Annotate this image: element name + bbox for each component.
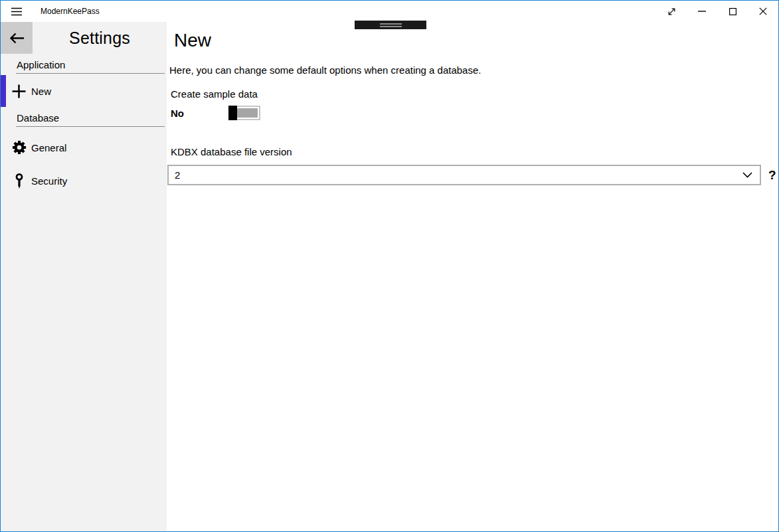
key-icon (11, 173, 27, 189)
sidebar-header: Settings (1, 22, 167, 54)
kdbx-version-combobox[interactable]: 2 (167, 165, 761, 185)
sample-data-toggle-row: No (171, 106, 778, 120)
grip-handle-icon (380, 26, 402, 27)
kdbx-version-row: 2 ? (167, 165, 778, 185)
section-divider (16, 73, 165, 74)
maximize-button[interactable] (717, 1, 748, 22)
maximize-icon (729, 8, 736, 15)
sidebar-item-general[interactable]: General (1, 132, 167, 163)
grip-handle[interactable] (355, 21, 426, 29)
window-controls (656, 1, 778, 22)
sidebar-item-label: General (31, 142, 66, 153)
toggle-state-label: No (171, 108, 228, 119)
section-label-database: Database (17, 112, 167, 124)
sample-data-label: Create sample data (171, 88, 778, 101)
selected-accent-bar (1, 75, 6, 107)
sidebar-item-security[interactable]: Security (1, 165, 167, 197)
app-window: ModernKeePass (0, 0, 779, 532)
kdbx-version-label: KDBX database file version (171, 145, 778, 159)
section-label-application: Application (17, 59, 167, 70)
back-arrow-icon (9, 33, 25, 44)
minimize-icon (698, 11, 706, 12)
panel-description: Here, you can change some default option… (169, 64, 778, 77)
sidebar-item-label: Security (31, 175, 67, 187)
titlebar: ModernKeePass (1, 1, 778, 22)
sidebar-item-new[interactable]: New (1, 75, 167, 107)
toggle-knob (228, 106, 237, 120)
panel-heading: New (174, 29, 778, 52)
back-button[interactable] (1, 22, 33, 54)
section-divider (16, 126, 165, 127)
fullscreen-icon (667, 7, 677, 17)
chevron-down-icon (742, 172, 752, 178)
combobox-value: 2 (175, 169, 180, 181)
help-button[interactable]: ? (768, 165, 776, 185)
close-button[interactable] (748, 1, 778, 22)
settings-sidebar: Settings Application New Database (1, 22, 167, 531)
hamburger-menu-button[interactable] (1, 1, 33, 22)
minimize-button[interactable] (687, 1, 717, 22)
plus-icon (11, 84, 27, 98)
close-icon (759, 7, 767, 15)
fullscreen-button[interactable] (656, 1, 687, 22)
gear-icon (11, 140, 27, 155)
hamburger-icon (11, 7, 22, 16)
app-title: ModernKeePass (41, 7, 100, 16)
sample-data-toggle[interactable] (228, 106, 260, 120)
page-title: Settings (33, 22, 167, 54)
settings-new-panel: New Here, you can change some default op… (167, 22, 778, 531)
sidebar-item-label: New (31, 86, 51, 97)
grip-handle-icon (380, 23, 402, 25)
